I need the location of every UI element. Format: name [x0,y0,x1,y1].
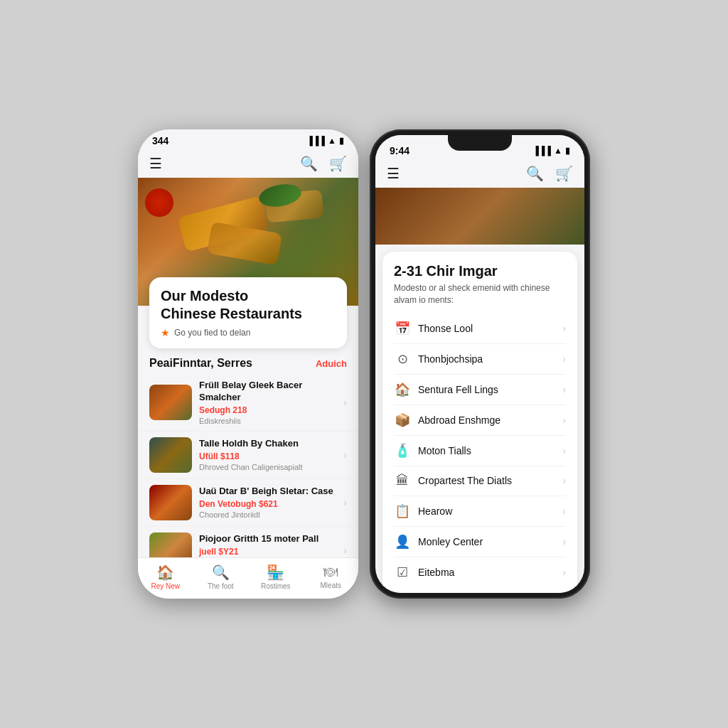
modal-item-icon-8: ☑ [394,564,411,580]
battery-icon-right: ▮ [565,146,570,156]
tomato-decoration [145,188,173,217]
hero-title: Our ModestoChinese Restaurants [161,287,336,323]
item-desc-3: Choored Jintoriidl [199,510,336,519]
modal-item-0[interactable]: 📅 Thonse Lool › [394,314,566,344]
right-hero-bg [375,188,584,245]
modal-item-label-7: Monley Center [418,536,555,547]
home-icon: 🏠 [156,564,174,581]
modal-desc: Modesto or al sheck emenid with chinese … [394,282,566,306]
menu-icon[interactable]: ☰ [149,155,162,172]
modal-item-4[interactable]: 🧴 Moton Tialls › [394,436,566,466]
modal-item-8[interactable]: ☑ Eitebma › [394,557,566,587]
battery-icon: ▮ [339,136,344,146]
modal-item-label-4: Moton Tialls [418,445,555,456]
modal-title: 2-31 Chir Imgar [394,263,566,279]
right-status-time: 9:44 [390,145,410,156]
modal-arrow-1: › [562,353,566,365]
nav-label-meals: Mleats [321,582,341,589]
right-phone: 9:44 ▐▐▐ ▲ ▮ ☰ 🔍 🛒 2- [370,129,590,599]
modal-item-icon-6: 📋 [394,503,411,519]
modal-arrow-5: › [562,475,566,486]
right-header-actions: 🔍 🛒 [526,165,573,182]
modal-item-label-5: Cropartest The Diatls [418,475,555,486]
item-info-1: Früll Belay Gleek Bacer Smalcher Sedugh … [199,380,336,425]
modal-item-icon-7: 👤 [394,534,411,550]
modal-item-label-6: Hearow [418,505,555,517]
arrow-icon-1: › [343,397,347,408]
phone-notch [448,135,512,151]
nav-item-store[interactable]: 🏪 Rostimes [248,564,304,590]
arrow-icon-4: › [343,545,347,556]
left-bottom-nav: 🏠 Rey New 🔍 The foot 🏪 Rostimes 🍽 Mleats [138,557,358,599]
modal-item-label-2: Sentura Fell Lings [418,384,555,395]
item-desc-2: Dhroved Chan Caligenisapialt [199,463,336,471]
modal-item-label-8: Eitebma [418,567,555,578]
modal-arrow-7: › [562,536,566,547]
list-item[interactable]: Talle Holdh By Chaken Ufüll $118 Dhroved… [138,432,358,479]
item-name-2: Talle Holdh By Chaken [199,438,336,450]
modal-item-2[interactable]: 🏠 Sentura Fell Lings › [394,375,566,405]
modal-item-icon-5: 🏛 [394,473,411,488]
search-nav-icon: 🔍 [212,564,230,581]
modal-item-7[interactable]: 👤 Monley Center › [394,527,566,557]
list-item[interactable]: Uaü Dtar B' Beigh Sletar: Case Den Vetob… [138,479,358,527]
item-info-4: Piojoor Gritth 15 moter Pall juell $Y21 … [199,533,336,557]
left-scroll-area[interactable]: PeaiFinntar, Serres Aduich Früll Belay G… [138,348,358,557]
modal-card: 2-31 Chir Imgar Modesto or al sheck emen… [382,252,577,593]
modal-arrow-3: › [562,414,566,426]
star-icon: ★ [161,327,170,338]
hero-subtitle: ★ Go you fied to delan [161,327,336,338]
nav-item-meals[interactable]: 🍽 Mleats [304,564,359,590]
right-hero-overlay [375,188,584,245]
nav-label-search: The foot [208,582,234,590]
hero-card: Our ModestoChinese Restaurants ★ Go you … [149,277,347,348]
modal-item-5[interactable]: 🏛 Cropartest The Diatls › [394,466,566,496]
list-item[interactable]: Piojoor Gritth 15 moter Pall juell $Y21 … [138,527,358,557]
modal-item-6[interactable]: 📋 Hearow › [394,496,566,527]
search-icon[interactable]: 🔍 [300,155,318,172]
header-actions: 🔍 🛒 [300,155,347,172]
modal-item-3[interactable]: 📦 Abdroad Enshmge › [394,405,566,436]
right-cart-icon[interactable]: 🛒 [555,165,573,182]
left-status-bar: 344 ▐▐▐ ▲ ▮ [138,129,358,149]
arrow-icon-2: › [343,449,347,461]
nav-item-search[interactable]: 🔍 The foot [193,564,249,590]
right-menu-icon[interactable]: ☰ [387,165,400,182]
modal-item-icon-1: ⊙ [394,351,411,367]
item-price-3: Den Vetobugh $621 [199,499,336,509]
signal-icon: ▐▐▐ [307,136,326,146]
section-link[interactable]: Aduich [316,358,347,369]
arrow-icon-3: › [343,497,347,508]
item-price-1: Sedugh 218 [199,405,336,415]
left-phone: 344 ▐▐▐ ▲ ▮ ☰ 🔍 🛒 [138,129,358,599]
list-item[interactable]: Früll Belay Gleek Bacer Smalcher Sedugh … [138,374,358,432]
store-icon: 🏪 [267,564,284,581]
nav-label-home: Rey New [151,582,180,590]
nav-item-home[interactable]: 🏠 Rey New [138,564,193,590]
wifi-icon-right: ▲ [554,146,562,156]
nav-label-store: Rostimes [261,582,291,590]
modal-item-label-1: Thonbjochsipa [418,353,555,365]
item-info-2: Talle Holdh By Chaken Ufüll $118 Dhroved… [199,438,336,471]
right-search-icon[interactable]: 🔍 [526,165,544,182]
item-thumbnail-1 [149,385,192,420]
section-title: PeaiFinntar, Serres [149,357,252,370]
modal-item-icon-0: 📅 [394,321,411,336]
modal-item-label-0: Thonse Lool [418,323,555,334]
modal-arrow-6: › [562,505,566,517]
item-thumbnail-3 [149,485,192,520]
right-status-icons: ▐▐▐ ▲ ▮ [533,146,570,156]
item-thumbnail-2 [149,437,192,473]
section-header: PeaiFinntar, Serres Aduich [138,348,358,374]
modal-arrow-0: › [562,323,566,334]
modal-arrow-2: › [562,384,566,395]
item-desc-1: Ediskreshiis [199,417,336,425]
item-price-2: Ufüll $118 [199,451,336,461]
cart-icon[interactable]: 🛒 [329,155,347,172]
item-name-4: Piojoor Gritth 15 moter Pall [199,533,336,545]
left-status-time: 344 [152,135,168,146]
modal-item-1[interactable]: ⊙ Thonbjochsipa › [394,344,566,375]
modal-item-label-3: Abdroad Enshmge [418,414,555,426]
meals-icon: 🍽 [323,564,338,580]
modal-arrow-8: › [562,567,566,578]
